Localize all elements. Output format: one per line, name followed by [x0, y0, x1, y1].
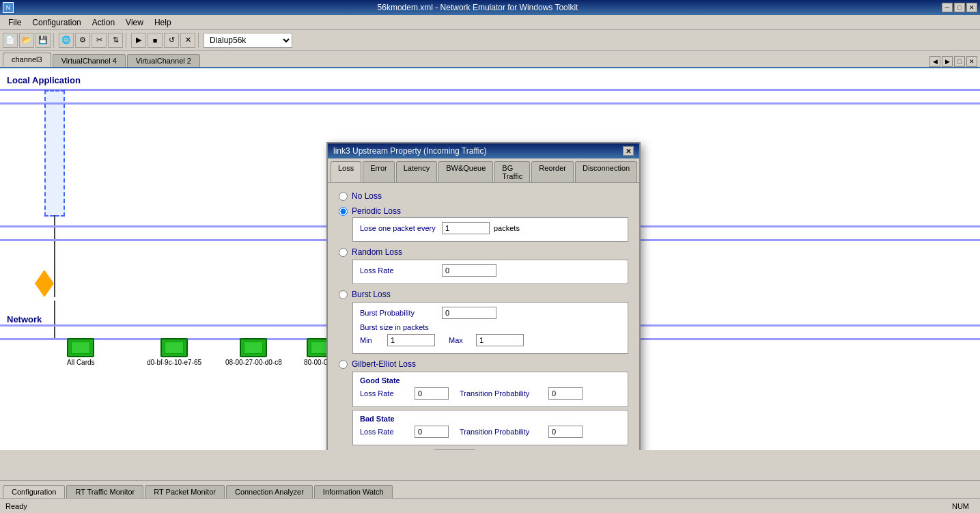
burst-prob-input[interactable]	[442, 307, 496, 319]
periodic-loss-row: Periodic Loss	[339, 206, 628, 216]
periodic-value-input[interactable]	[442, 222, 490, 234]
random-loss-row: Random Loss	[339, 247, 628, 257]
burst-size-label: Burst size in packets	[360, 323, 621, 331]
mtab-bgtraffic[interactable]: BG Traffic	[494, 161, 530, 182]
menu-action[interactable]: Action	[87, 16, 120, 29]
random-lossrate-input[interactable]	[442, 264, 496, 277]
bad-state-box: Bad State Loss Rate Transition Probabili…	[352, 410, 628, 445]
bottom-tabs: Configuration RT Traffic Monitor RT Pack…	[0, 480, 980, 498]
gilbert-elliot-section: Gilbert-Elliot Loss Good State Loss Rate…	[339, 359, 628, 450]
minimize-button[interactable]: ─	[942, 3, 953, 12]
card-label-2: 08-00-27-00-d0-c8	[225, 359, 282, 366]
card-icon-1	[160, 338, 188, 357]
top-hline2	[0, 102, 980, 105]
maximize-button[interactable]: □	[954, 3, 965, 12]
periodic-unit: packets	[494, 224, 520, 232]
toolbar: 📄 📂 💾 🌐 ⚙ ✂ ⇅ ▶ ■ ↺ ✕ Dialup56k Default …	[0, 30, 980, 51]
tab-channel3[interactable]: channel3	[3, 53, 51, 67]
btab-rt-traffic[interactable]: RT Traffic Monitor	[66, 485, 143, 498]
mtab-reorder[interactable]: Reorder	[531, 161, 574, 182]
good-state-fields: Loss Rate Transition Probability	[360, 387, 621, 400]
burst-loss-radio[interactable]	[339, 290, 348, 299]
random-loss-subsection: Loss Rate	[352, 260, 628, 284]
status-bar: Ready NUM	[0, 498, 980, 513]
card-1[interactable]: d0-bf-9c-10-e7-65	[147, 338, 201, 366]
card-label-1: d0-bf-9c-10-e7-65	[147, 359, 201, 366]
periodic-loss-label: Periodic Loss	[352, 206, 401, 216]
good-transprop-input[interactable]	[548, 387, 583, 400]
save-button[interactable]: 💾	[36, 33, 51, 48]
good-transprop-label: Transition Probability	[460, 389, 548, 398]
tab-virtualchannel4[interactable]: VirtualChannel 4	[53, 54, 126, 67]
refresh-button[interactable]: ↺	[164, 33, 179, 48]
top-hline	[0, 89, 980, 91]
timeslot-input[interactable]	[434, 449, 475, 450]
mtab-error[interactable]: Error	[363, 161, 394, 182]
close-button[interactable]: ✕	[966, 3, 977, 12]
burst-loss-subsection: Burst Probability Burst size in packets …	[352, 302, 628, 354]
bad-lossrate-input[interactable]	[415, 426, 449, 438]
new-button[interactable]: 📄	[3, 33, 18, 48]
tab-list-button[interactable]: □	[954, 56, 965, 67]
tab-virtualchannel2[interactable]: VirtualChannel 2	[127, 54, 200, 67]
min-label: Min	[360, 336, 387, 344]
tab-next-button[interactable]: ▶	[942, 56, 953, 67]
gilbert-elliot-radio[interactable]	[339, 360, 348, 369]
card-allcards[interactable]: All Cards	[67, 338, 95, 366]
btab-configuration[interactable]: Configuration	[3, 485, 65, 498]
tab-prev-button[interactable]: ◀	[929, 56, 940, 67]
status-text: Ready	[5, 502, 27, 510]
card-2[interactable]: 08-00-27-00-d0-c8	[225, 338, 282, 366]
app-icon: N	[3, 2, 14, 13]
random-lossrate-row: Loss Rate	[360, 264, 621, 277]
menu-file[interactable]: File	[3, 16, 27, 29]
btab-info-watch[interactable]: Information Watch	[314, 485, 393, 498]
random-lossrate-label: Loss Rate	[360, 266, 442, 275]
random-loss-radio[interactable]	[339, 248, 348, 257]
good-lossrate-label: Loss Rate	[360, 389, 415, 398]
globe-button[interactable]: 🌐	[59, 33, 74, 48]
card-icon-allcards	[67, 338, 94, 357]
play-button[interactable]: ▶	[131, 33, 146, 48]
random-loss-section: Random Loss Loss Rate	[339, 247, 628, 284]
status-num: NUM	[952, 502, 975, 510]
title-bar: N 56kmodem.xml - Network Emulator for Wi…	[0, 0, 980, 15]
periodic-loss-subsection: Lose one packet every packets	[352, 217, 628, 242]
profile-dropdown[interactable]: Dialup56k Default Custom	[204, 33, 292, 48]
periodic-loss-radio[interactable]	[339, 207, 348, 216]
burst-max-input[interactable]	[476, 334, 524, 346]
toolbar-sep1	[53, 33, 56, 48]
orange-symbol[interactable]	[35, 270, 54, 297]
mtab-disconnection[interactable]: Disconnection	[575, 161, 637, 182]
btab-rt-packet[interactable]: RT Packet Monitor	[145, 485, 225, 498]
cut-button[interactable]: ✂	[92, 33, 107, 48]
btab-connection[interactable]: Connection Analyzer	[226, 485, 313, 498]
sort-button[interactable]: ⇅	[108, 33, 123, 48]
stop-button[interactable]: ■	[148, 33, 163, 48]
delete-button[interactable]: ✕	[180, 33, 195, 48]
open-button[interactable]: 📂	[19, 33, 34, 48]
menu-view[interactable]: View	[120, 16, 149, 29]
bad-transprop-input[interactable]	[548, 426, 583, 438]
bad-lossrate-label: Loss Rate	[360, 428, 415, 436]
tab-close-button[interactable]: ✕	[966, 56, 977, 67]
periodic-sublabel: Lose one packet every	[360, 224, 442, 232]
bad-state-title: Bad State	[360, 415, 621, 423]
burst-min-input[interactable]	[387, 334, 435, 346]
no-loss-radio[interactable]	[339, 192, 348, 201]
gilbert-elliot-label: Gilbert-Elliot Loss	[352, 359, 416, 369]
bad-state-fields: Loss Rate Transition Probability	[360, 426, 621, 438]
mtab-loss[interactable]: Loss	[331, 161, 361, 182]
burst-loss-row: Burst Loss	[339, 290, 628, 299]
no-loss-label: No Loss	[352, 191, 382, 201]
settings-button[interactable]: ⚙	[75, 33, 90, 48]
good-state-title: Good State	[360, 376, 621, 385]
modal-close-button[interactable]: ✕	[623, 146, 634, 156]
burst-prob-label: Burst Probability	[360, 309, 442, 317]
mtab-bwqueue[interactable]: BW&Queue	[438, 161, 493, 182]
timeslot-row: Time Slot ms	[352, 449, 628, 450]
good-lossrate-input[interactable]	[415, 387, 449, 400]
mtab-latency[interactable]: Latency	[396, 161, 438, 182]
menu-configuration[interactable]: Configuration	[27, 16, 86, 29]
menu-help[interactable]: Help	[149, 16, 177, 29]
